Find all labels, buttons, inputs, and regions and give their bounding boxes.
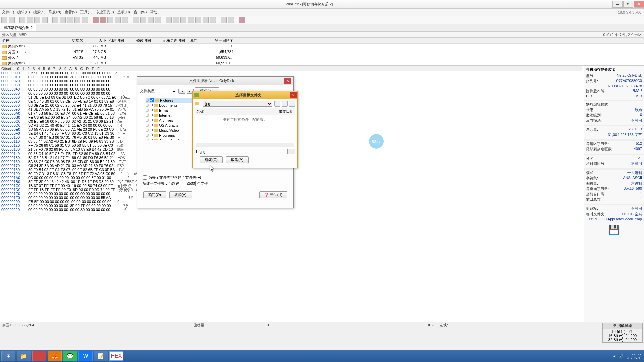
col-firstsector[interactable]: 第一扇区▼: [207, 38, 233, 43]
dialog1-title: 文件头搜索 Netac OnlyDisk: [139, 78, 284, 83]
winhex-taskbar-button[interactable]: HEX: [109, 351, 123, 361]
infobar: 分区类型: MBR 0+0+2 个文件, 2 个分区: [0, 32, 644, 38]
toolbar-icon[interactable]: [9, 17, 15, 23]
arrow-left-icon[interactable]: [221, 17, 227, 23]
toolbar-icon[interactable]: [74, 17, 80, 23]
menu-protools[interactable]: 专业工具(I): [96, 10, 114, 15]
menu-edit[interactable]: 编辑(E): [17, 10, 30, 15]
info-row: 偏移量:十六进制: [586, 181, 642, 186]
filetype-select[interactable]: [157, 88, 177, 94]
toolbar-icon[interactable]: [27, 17, 33, 23]
browse-button[interactable]: ...: [287, 149, 295, 154]
partition-row[interactable]: 分区 1 (G:)NTFS27.6 GB1,654,784: [0, 49, 644, 55]
dialog1-close-button[interactable]: ✕: [284, 78, 291, 84]
col-record[interactable]: 记录更新时间: [163, 38, 190, 43]
col-attr[interactable]: 属性: [190, 38, 207, 43]
hex-row[interactable]: 000000000EB 5E 00 00 00 00 00 00 00 00 0…: [1, 71, 582, 75]
toolbar-icon[interactable]: [52, 17, 58, 23]
maximize-button[interactable]: □: [623, 1, 633, 8]
toolbar-icon[interactable]: [67, 17, 73, 23]
menu-nav[interactable]: 导航(N): [49, 10, 61, 15]
arrow-icon[interactable]: [155, 17, 161, 23]
dialog2-ok-button[interactable]: 确定(O): [200, 156, 223, 163]
menu-tools[interactable]: 工具(T): [80, 10, 92, 15]
toolbar-icon[interactable]: [180, 17, 186, 23]
notepad-button[interactable]: 📝: [94, 351, 108, 361]
gt-button[interactable]: >: [178, 89, 185, 94]
toolbar-icon[interactable]: [173, 17, 179, 23]
col-date[interactable]: 修改日期: [279, 109, 293, 114]
info-row: 临时文件夹:115 GB 空余: [586, 212, 642, 217]
toolbar-icon[interactable]: [166, 17, 172, 23]
toolbar-icon[interactable]: [195, 17, 201, 23]
menu-window[interactable]: 窗口(W): [133, 10, 147, 15]
menu-search[interactable]: 搜索(S): [33, 10, 46, 15]
arrow-icon[interactable]: [133, 17, 139, 23]
toolbar-icon[interactable]: [115, 17, 121, 23]
app-button[interactable]: [32, 351, 46, 361]
col-modified[interactable]: 修改时间: [136, 38, 163, 43]
dialog1-help-button[interactable]: ❓ 帮助(H): [259, 191, 287, 198]
binoculars-icon[interactable]: [100, 17, 106, 23]
dialog2-close-button[interactable]: ✕: [290, 92, 297, 98]
col-name[interactable]: 名称: [196, 109, 279, 114]
refresh-icon[interactable]: [274, 101, 280, 107]
new-folder-icon[interactable]: [289, 101, 295, 107]
explorer-button[interactable]: 📁: [17, 351, 31, 361]
scrollbar[interactable]: [196, 143, 294, 147]
up-folder-icon[interactable]: [282, 101, 288, 107]
arrow-icon[interactable]: [140, 17, 146, 23]
partition-row[interactable]: 分区 2FAT32448 MB59,633,6...: [0, 55, 644, 61]
toolbar-icon[interactable]: [210, 17, 216, 23]
tray-icon[interactable]: ▲: [612, 354, 616, 358]
col-name[interactable]: 名称: [2, 38, 66, 43]
create-folder-checkbox[interactable]: [143, 175, 147, 180]
taskbar: ⊞ 📁 🦊 💬 W 📝 HEX ▲ 🔊 22:552020/7/1: [0, 350, 644, 362]
toolbar-icon[interactable]: [19, 17, 25, 23]
toolbar-icon[interactable]: [42, 17, 48, 23]
info-row: 当前窗口号:1: [586, 192, 642, 197]
file-count-label: 0+0+2 个文件, 2 个分区: [603, 32, 642, 37]
dialog2-cancel-button[interactable]: 取消(A): [226, 156, 249, 163]
subfolder-count-input[interactable]: [181, 181, 196, 186]
menu-options[interactable]: 选项(O): [117, 10, 130, 15]
menu-view[interactable]: 查看(V): [65, 10, 77, 15]
close-button[interactable]: ✕: [634, 1, 644, 8]
folder-list[interactable]: 名称修改日期 没有与搜索条件匹配的项。: [195, 108, 295, 147]
toolbar-icon[interactable]: [107, 17, 113, 23]
timer-overlay: 03:48: [369, 134, 384, 149]
toolbar-icon[interactable]: [60, 17, 66, 23]
col-ext[interactable]: 扩展名: [66, 38, 86, 43]
toolbar-icon[interactable]: [203, 17, 209, 23]
folder-combo[interactable]: jpg: [203, 101, 272, 107]
partition-row[interactable]: 未分区空间808 MB0: [0, 44, 644, 49]
toolbar-icon[interactable]: [239, 17, 245, 23]
data-interpreter-title: 数据解释器: [603, 323, 642, 329]
toolbar-icon[interactable]: [1, 17, 7, 23]
hex-app-icon: [194, 93, 199, 97]
wechat-button[interactable]: 💬: [63, 351, 77, 361]
col-size[interactable]: 大小: [86, 38, 109, 43]
minimize-button[interactable]: —: [612, 1, 623, 8]
start-button[interactable]: ⊞: [1, 351, 15, 361]
col-created[interactable]: 创建时间: [109, 38, 136, 43]
data-interpreter-panel[interactable]: 数据解释器 8 Bit (±): -21 16 Bit (±): 24,290 …: [602, 323, 643, 343]
toolbar-icon[interactable]: [34, 17, 40, 23]
dialog1-cancel-button[interactable]: 取消(A): [169, 191, 192, 198]
menu-file[interactable]: 文件(F): [2, 10, 14, 15]
tab-disk[interactable]: 可移动存储介质 2: [0, 24, 36, 31]
arrow-icon[interactable]: [148, 17, 154, 23]
arrow-right-icon[interactable]: [228, 17, 234, 23]
dialog1-ok-button[interactable]: 确定(O): [143, 191, 166, 198]
menu-help[interactable]: 帮助(H): [150, 10, 162, 15]
system-tray[interactable]: ▲ 🔊 22:552020/7/1: [612, 352, 643, 360]
wps-button[interactable]: W: [78, 351, 93, 361]
toolbar-icon[interactable]: [188, 17, 194, 23]
toolbar-icon[interactable]: [122, 17, 128, 23]
firefox-button[interactable]: 🦊: [48, 351, 62, 361]
subfolder-label: 新建子文件夹，当超过: [143, 181, 179, 186]
toolbar-icon[interactable]: [82, 17, 88, 23]
tray-icon[interactable]: 🔊: [619, 354, 624, 358]
binoculars-icon[interactable]: [93, 17, 99, 23]
info-row: 型号:Netac OnlyDisk: [586, 73, 642, 78]
